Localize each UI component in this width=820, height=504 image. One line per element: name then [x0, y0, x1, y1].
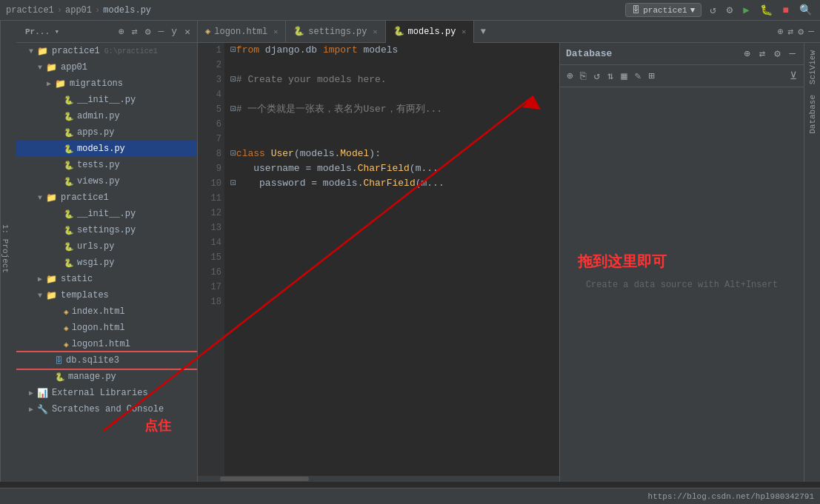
tree-label-init-sub: __init__.py	[77, 209, 136, 219]
tree-db-sqlite3[interactable]: 🗄 db.sqlite3	[16, 352, 197, 369]
tree-app01[interactable]: ▼ 📁 app01	[16, 59, 197, 75]
dropdown-icon: ▼	[690, 6, 696, 15]
debug-icon[interactable]: 🐛	[758, 2, 775, 18]
tab-settings-close[interactable]: ✕	[373, 27, 378, 36]
stop-icon[interactable]: ■	[781, 3, 791, 18]
tree-static[interactable]: ▶ 📁 static	[16, 271, 197, 287]
tab-panel-icon4[interactable]: —	[808, 26, 814, 37]
sidebar-minus-icon[interactable]: —	[156, 24, 167, 38]
tree-templates[interactable]: ▼ 📁 templates	[16, 287, 197, 303]
tree-label-logon: logon.html	[72, 323, 125, 333]
project-button[interactable]: 🗄 practice1 ▼	[625, 3, 701, 17]
tree-root-practice1[interactable]: ▼ 📁 practice1 G:\practice1	[16, 43, 197, 59]
tree-logon1-html[interactable]: ◈ logon1.html	[16, 336, 197, 352]
tab-settings-py[interactable]: 🐍 settings.py ✕	[286, 21, 385, 43]
db-minus-icon[interactable]: —	[787, 46, 798, 61]
tree-models-py[interactable]: 🐍 models.py	[16, 141, 197, 157]
tree-practice1-sub[interactable]: ▼ 📁 practice1	[16, 189, 197, 206]
sidebar-close-y[interactable]: y	[169, 24, 179, 38]
tab-models-close[interactable]: ✕	[461, 27, 466, 36]
db-toolbar-refresh[interactable]: ↺	[591, 68, 601, 84]
db-settings-icon[interactable]: ⚙	[772, 46, 782, 61]
db-sync-icon[interactable]: ⇄	[757, 46, 767, 61]
refresh-icon[interactable]: ↺	[707, 2, 718, 18]
tree-apps-py[interactable]: 🐍 apps.py	[16, 124, 197, 141]
py-icon-init: 🐍	[64, 95, 74, 105]
breadcrumb-app01[interactable]: app01	[65, 5, 92, 16]
folder-icon-migrations: 📁	[55, 78, 66, 90]
tab-logon-html[interactable]: ◈ logon.html ✕	[198, 21, 286, 43]
tab-models-py[interactable]: 🐍 models.py ✕	[386, 21, 475, 43]
tree-manage-py[interactable]: 🐍 manage.py	[16, 369, 197, 385]
db-content: Create a data source with Alt+Insert	[560, 87, 804, 482]
sidebar-sync-icon[interactable]: ⇄	[130, 24, 140, 39]
code-line-11	[230, 191, 553, 206]
db-add-icon[interactable]: ⊕	[741, 46, 752, 61]
tab-logon-html-close[interactable]: ✕	[273, 27, 278, 36]
tab-panel-icon1[interactable]: ⊕	[778, 26, 784, 38]
db-toolbar-view[interactable]: ⊞	[646, 68, 656, 84]
vtab-sciview[interactable]: SciView	[807, 46, 819, 89]
breadcrumb-practice1[interactable]: practice1	[6, 5, 54, 16]
tab-panel-icon2[interactable]: ⇄	[788, 26, 794, 38]
sidebar-add-icon[interactable]: ⊕	[116, 24, 127, 39]
tree-tests-py[interactable]: 🐍 tests.py	[16, 157, 197, 173]
py-icon-admin: 🐍	[64, 112, 74, 121]
tree-logon-html[interactable]: ◈ logon.html	[16, 320, 197, 336]
tree-label-templates: templates	[61, 290, 109, 300]
py-icon-wsgi: 🐍	[64, 258, 74, 268]
db-toolbar-table[interactable]: ▦	[619, 68, 629, 84]
tree-wsgi-py[interactable]: 🐍 wsgi.py	[16, 255, 197, 271]
db-toolbar-copy[interactable]: ⎘	[578, 69, 588, 84]
arrow-external: ▶	[27, 389, 36, 397]
db-toolbar-add[interactable]: ⊕	[564, 68, 575, 84]
vtab-database[interactable]: Database	[807, 90, 819, 138]
db-icon-small: 🗄	[632, 5, 640, 15]
scrollbar-thumb[interactable]	[220, 477, 309, 481]
folder-icon-app01: 📁	[46, 62, 57, 73]
db-toolbar-filter[interactable]: ⇅	[605, 68, 616, 84]
breadcrumb: practice1 › app01 › models.py	[6, 5, 625, 16]
tree-views-py[interactable]: 🐍 views.py	[16, 173, 197, 189]
build-icon[interactable]: ⚙	[724, 2, 735, 18]
code-line-3: ⊡# Create your models here.	[230, 73, 553, 87]
code-editor[interactable]: 1 2 3 4 5 6 7 8 9 10 11 12 13	[198, 43, 559, 482]
db-toolbar-funnel[interactable]: ⊻	[787, 68, 799, 84]
folder-icon-practice1: 📁	[37, 46, 48, 57]
run-icon[interactable]: ▶	[741, 2, 751, 18]
title-bar: practice1 › app01 › models.py 🗄 practice…	[0, 0, 820, 21]
tree-admin-py[interactable]: 🐍 admin.py	[16, 108, 197, 124]
html-icon-logon1: ◈	[64, 340, 69, 349]
project-tab[interactable]: 1: Project	[0, 21, 16, 482]
search-icon[interactable]: 🔍	[797, 2, 814, 18]
tab-dropdown[interactable]: ▼	[474, 21, 492, 43]
tree-init-py[interactable]: 🐍 __init__.py	[16, 92, 197, 108]
sidebar-settings-icon[interactable]: ⚙	[143, 24, 153, 39]
breadcrumb-file[interactable]: models.py	[103, 5, 151, 16]
code-line-15	[230, 250, 553, 265]
file-tree: Pr... ▾ ⊕ ⇄ ⚙ — y ✕ ▼ 📁 practice1 G:\pra…	[16, 21, 198, 482]
tree-label-static: static	[61, 274, 93, 284]
sidebar-close-icon[interactable]: ✕	[182, 24, 193, 39]
tree-label-logon1: logon1.html	[72, 339, 130, 349]
folder-icon-static: 📁	[46, 274, 57, 285]
db-toolbar-edit[interactable]: ✎	[633, 68, 643, 84]
tree-scratches[interactable]: ▶ 🔧 Scratches and Console	[16, 401, 197, 417]
tree-index-html[interactable]: ◈ index.html	[16, 303, 197, 320]
arrow-static: ▶	[36, 275, 44, 283]
tree-init-py-sub[interactable]: 🐍 __init__.py	[16, 206, 197, 222]
tab-models-icon: 🐍	[393, 26, 404, 37]
code-area[interactable]: ⊡from django.db import models ⊡# Create …	[224, 43, 559, 476]
tab-panel-icon3[interactable]: ⚙	[798, 26, 804, 38]
tree-label-views: views.py	[77, 176, 120, 187]
tree-label-settings: settings.py	[77, 225, 136, 235]
arrow-migrations: ▶	[44, 79, 53, 88]
tree-label-admin: admin.py	[77, 111, 120, 121]
tree-external-libs[interactable]: ▶ 📊 External Libraries	[16, 385, 197, 401]
tree-migrations[interactable]: ▶ 📁 migrations	[16, 75, 197, 92]
tree-urls-py[interactable]: 🐍 urls.py	[16, 238, 197, 255]
tab-settings-label: settings.py	[308, 27, 367, 37]
code-line-2	[230, 58, 553, 73]
editor-scrollbar[interactable]	[198, 476, 559, 482]
tree-settings-py[interactable]: 🐍 settings.py	[16, 222, 197, 238]
